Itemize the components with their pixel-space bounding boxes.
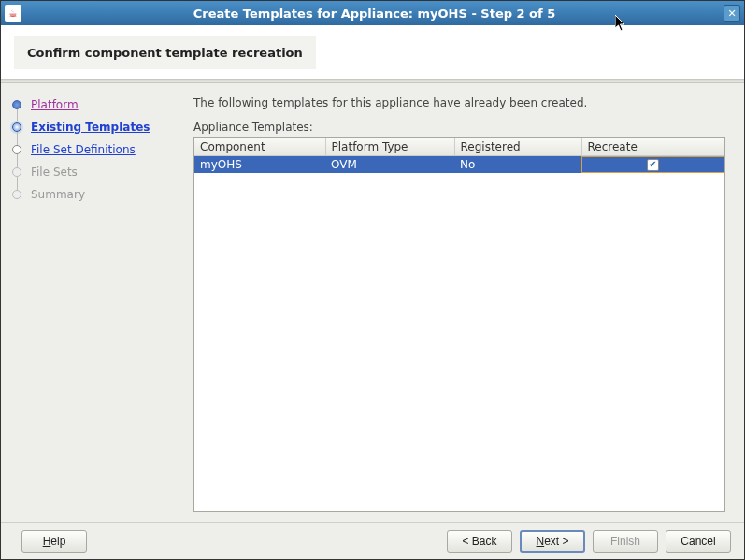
help-button-label: Help <box>43 535 66 548</box>
intro-text: The following templates for this applian… <box>193 96 725 109</box>
window-title: Create Templates for Appliance: myOHS - … <box>25 7 724 21</box>
step-label: File Set Definitions <box>31 143 136 156</box>
recreate-checkbox[interactable]: ✔ <box>647 159 659 171</box>
step-bullet-icon <box>12 100 21 109</box>
cell-recreate[interactable]: ✔ <box>581 156 724 174</box>
templates-table-wrap: Component Platform Type Registered Recre… <box>193 137 725 512</box>
back-button[interactable]: < Back <box>447 530 512 553</box>
cell-component: myOHS <box>194 156 325 174</box>
next-button[interactable]: Next > <box>520 530 585 553</box>
step-bullet-icon <box>12 122 21 132</box>
step-bullet-icon <box>12 167 21 177</box>
next-button-label: Next > <box>536 535 568 548</box>
table-row[interactable]: myOHS OVM No ✔ <box>194 156 724 174</box>
header-area: Confirm component template recreation <box>1 25 744 79</box>
table-header-row: Component Platform Type Registered Recre… <box>194 138 724 156</box>
titlebar: ☕ Create Templates for Appliance: myOHS … <box>1 1 744 25</box>
wizard-main: The following templates for this applian… <box>188 83 744 522</box>
col-platform-type[interactable]: Platform Type <box>325 138 454 156</box>
cell-platform-type: OVM <box>325 156 454 174</box>
cell-registered: No <box>454 156 581 174</box>
page-subtitle: Confirm component template recreation <box>14 36 316 69</box>
step-summary: Summary <box>12 188 177 201</box>
step-label: Existing Templates <box>31 121 150 134</box>
help-button[interactable]: Help <box>21 530 87 553</box>
col-recreate[interactable]: Recreate <box>581 138 724 156</box>
templates-table: Component Platform Type Registered Recre… <box>194 138 724 173</box>
cancel-button[interactable]: Cancel <box>666 530 731 553</box>
step-label: Summary <box>31 188 85 201</box>
step-bullet-icon <box>12 145 21 154</box>
step-label: File Sets <box>31 165 78 179</box>
step-existing-templates[interactable]: Existing Templates <box>12 121 177 134</box>
step-file-set-definitions[interactable]: File Set Definitions <box>12 143 177 156</box>
recreate-checkbox-cell[interactable]: ✔ <box>581 156 724 173</box>
step-label: Platform <box>31 98 79 111</box>
wizard-steps-sidebar: Platform Existing Templates File Set Def… <box>1 83 188 522</box>
col-component[interactable]: Component <box>194 138 325 156</box>
col-registered[interactable]: Registered <box>454 138 581 156</box>
step-list: Platform Existing Templates File Set Def… <box>12 98 177 201</box>
table-label: Appliance Templates: <box>193 121 725 134</box>
step-bullet-icon <box>12 190 21 199</box>
wizard-window: ☕ Create Templates for Appliance: myOHS … <box>0 0 745 560</box>
finish-button: Finish <box>593 530 658 553</box>
java-icon: ☕ <box>5 5 21 22</box>
close-icon[interactable]: ✕ <box>724 5 740 22</box>
wizard-footer: Help < Back Next > Finish Cancel <box>1 522 744 559</box>
wizard-body: Platform Existing Templates File Set Def… <box>1 83 744 522</box>
step-platform[interactable]: Platform <box>12 98 177 111</box>
step-file-sets: File Sets <box>12 165 177 179</box>
